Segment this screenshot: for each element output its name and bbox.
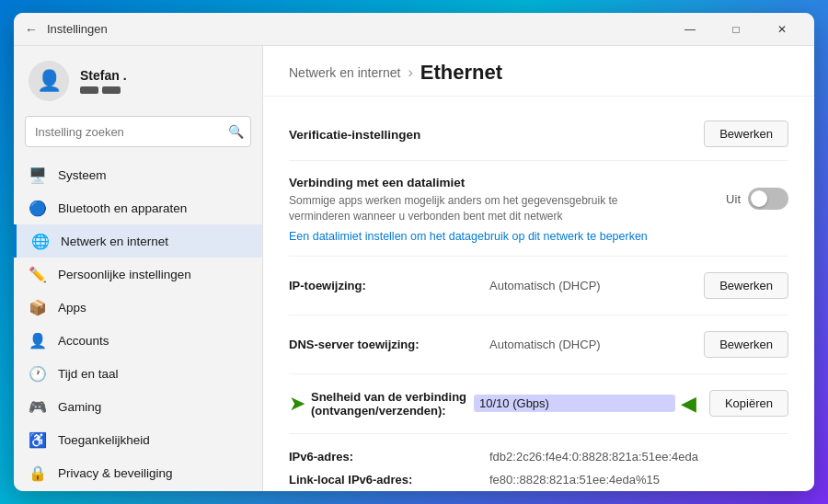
ipv6-section: IPv6-adres: fdb2:2c26:f4e4:0:8828:821a:5…: [289, 434, 788, 491]
sidebar-item-bluetooth[interactable]: 🔵 Bluetooth en apparaten: [14, 191, 262, 224]
dns-row: DNS-server toewijzing: Automatisch (DHCP…: [289, 326, 788, 362]
sidebar-item-label: Systeem: [58, 168, 107, 182]
page-title: Ethernet: [420, 61, 502, 85]
minimize-button[interactable]: —: [669, 16, 711, 43]
search-icon: 🔍: [228, 124, 244, 139]
search-input[interactable]: [25, 116, 251, 147]
settings-window: ← Instellingen — □ ✕ 👤 Stefan .: [14, 13, 814, 491]
verificatie-bewerken-button[interactable]: Bewerken: [704, 120, 788, 147]
page-header: Netwerk en internet › Ethernet: [263, 46, 814, 97]
breadcrumb-parent: Netwerk en internet: [289, 65, 400, 80]
sidebar-item-label: Persoonlijke instellingen: [58, 268, 191, 281]
datalimiet-section: Verbinding met een datalimiet Sommige ap…: [289, 161, 788, 257]
window-controls: — □ ✕: [669, 16, 803, 43]
arrow-left-icon: ➤: [289, 392, 305, 416]
dns-section: DNS-server toewijzing: Automatisch (DHCP…: [289, 315, 788, 374]
settings-body: Verificatie-instellingen Bewerken Verbin…: [263, 97, 814, 491]
kopieren-button[interactable]: Kopiëren: [709, 390, 788, 417]
avatar: 👤: [29, 61, 69, 101]
toegankelijkheid-icon: ♿: [29, 430, 47, 449]
sidebar-item-gaming[interactable]: 🎮 Gaming: [14, 390, 262, 423]
privacy-icon: 🔒: [29, 464, 47, 482]
close-button[interactable]: ✕: [761, 16, 803, 43]
snelheid-row: ➤ Snelheid van de verbinding(ontvangen/v…: [289, 385, 788, 422]
search-box[interactable]: 🔍: [25, 116, 251, 147]
dns-bewerken-button[interactable]: Bewerken: [704, 331, 788, 358]
window-title: Instellingen: [47, 22, 669, 36]
ip-toewijzing-value: Automatisch (DHCP): [489, 279, 696, 292]
accounts-icon: 👤: [29, 331, 47, 349]
dns-value: Automatisch (DHCP): [489, 338, 696, 351]
sidebar-item-toegankelijkheid[interactable]: ♿ Toegankelijkheid: [14, 423, 262, 456]
ipv6-adres-label: IPv6-adres:: [289, 450, 482, 464]
systeem-icon: 🖥️: [29, 166, 47, 184]
titlebar: ← Instellingen — □ ✕: [14, 13, 814, 46]
sidebar-item-accounts[interactable]: 👤 Accounts: [14, 324, 262, 357]
datalimiet-row: Verbinding met een datalimiet Sommige ap…: [289, 174, 788, 224]
netwerk-icon: 🌐: [31, 232, 50, 250]
user-name: Stefan .: [80, 68, 127, 83]
main-content: 👤 Stefan . 🔍 🖥️ Systeem: [14, 46, 814, 491]
persoonlijk-icon: ✏️: [29, 265, 47, 283]
ipv6-adres-row: IPv6-adres: fdb2:2c26:f4e4:0:8828:821a:5…: [289, 445, 788, 468]
back-button[interactable]: ←: [25, 22, 38, 37]
user-dots: [80, 86, 127, 94]
dns-label: DNS-server toewijzing:: [289, 338, 482, 351]
nav-list: 🖥️ Systeem 🔵 Bluetooth en apparaten 🌐 Ne…: [14, 158, 262, 491]
sidebar-item-label: Gaming: [58, 400, 101, 414]
snelheid-value: 10/10 (Gbps): [474, 395, 675, 412]
datalimiet-toggle[interactable]: [748, 188, 788, 210]
datalimiet-link[interactable]: Een datalimiet instellen om het datagebr…: [289, 230, 788, 243]
sidebar-item-systeem[interactable]: 🖥️ Systeem: [14, 158, 262, 191]
bluetooth-icon: 🔵: [29, 199, 47, 217]
link-local-value: fe80::8828:821a:51ee:4eda%15: [489, 473, 788, 487]
verificatie-row: Verificatie-instellingen Bewerken: [289, 120, 788, 147]
breadcrumb: Netwerk en internet › Ethernet: [289, 61, 788, 85]
sidebar-item-label: Toegankelijkheid: [58, 433, 150, 447]
sidebar-item-label: Privacy & beveiliging: [58, 466, 173, 480]
ip-toewijzing-section: IP-toewijzing: Automatisch (DHCP) Bewerk…: [289, 257, 788, 315]
verificatie-label: Verificatie-instellingen: [289, 128, 420, 142]
sidebar: 👤 Stefan . 🔍 🖥️ Systeem: [14, 46, 262, 491]
sidebar-item-label: Accounts: [58, 334, 109, 348]
verificatie-label-block: Verificatie-instellingen: [289, 126, 693, 143]
breadcrumb-separator: ›: [408, 64, 412, 81]
sidebar-item-label: Netwerk en internet: [61, 235, 168, 248]
toggle-off-label: Uit: [726, 192, 741, 206]
dot-2: [102, 86, 121, 94]
sidebar-item-label: Tijd en taal: [58, 367, 119, 381]
tijd-icon: 🕐: [29, 364, 47, 383]
ip-toewijzing-bewerken-button[interactable]: Bewerken: [704, 272, 788, 299]
sidebar-item-persoonlijk[interactable]: ✏️ Persoonlijke instellingen: [14, 258, 262, 291]
sidebar-item-apps[interactable]: 📦 Apps: [14, 291, 262, 324]
sidebar-item-label: Bluetooth en apparaten: [58, 201, 187, 215]
link-local-ipv6-row: Link-local IPv6-adres: fe80::8828:821a:5…: [289, 468, 788, 491]
dot-1: [80, 86, 98, 94]
user-info: Stefan .: [80, 68, 127, 94]
datalimiet-label: Verbinding met een datalimiet: [289, 176, 465, 189]
snelheid-label: Snelheid van de verbinding(ontvangen/ver…: [311, 390, 466, 418]
link-local-label: Link-local IPv6-adres:: [289, 473, 482, 487]
sidebar-item-privacy[interactable]: 🔒 Privacy & beveiliging: [14, 456, 262, 489]
snelheid-section: ➤ Snelheid van de verbinding(ontvangen/v…: [289, 374, 788, 434]
arrow-container: ➤ Snelheid van de verbinding(ontvangen/v…: [289, 390, 702, 418]
ip-toewijzing-label: IP-toewijzing:: [289, 279, 482, 292]
toggle-knob: [751, 190, 767, 207]
datalimiet-label-block: Verbinding met een datalimiet Sommige ap…: [289, 174, 715, 224]
gaming-icon: 🎮: [29, 397, 47, 416]
right-panel: Netwerk en internet › Ethernet Verificat…: [262, 46, 814, 491]
maximize-button[interactable]: □: [715, 16, 757, 43]
ipv6-adres-value: fdb2:2c26:f4e4:0:8828:821a:51ee:4eda: [489, 450, 788, 464]
apps-icon: 📦: [29, 298, 47, 316]
sidebar-item-tijd[interactable]: 🕐 Tijd en taal: [14, 357, 262, 390]
ip-toewijzing-row: IP-toewijzing: Automatisch (DHCP) Bewerk…: [289, 268, 788, 304]
user-section: 👤 Stefan .: [14, 46, 262, 112]
verificatie-section: Verificatie-instellingen Bewerken: [289, 108, 788, 161]
sidebar-item-label: Apps: [58, 301, 86, 315]
datalimiet-toggle-wrap: Uit: [726, 188, 788, 210]
arrow-right-icon: ◀: [681, 392, 696, 416]
datalimiet-desc: Sommige apps werken mogelijk anders om h…: [289, 193, 675, 224]
user-icon: 👤: [37, 69, 62, 93]
sidebar-item-netwerk[interactable]: 🌐 Netwerk en internet: [14, 224, 262, 258]
